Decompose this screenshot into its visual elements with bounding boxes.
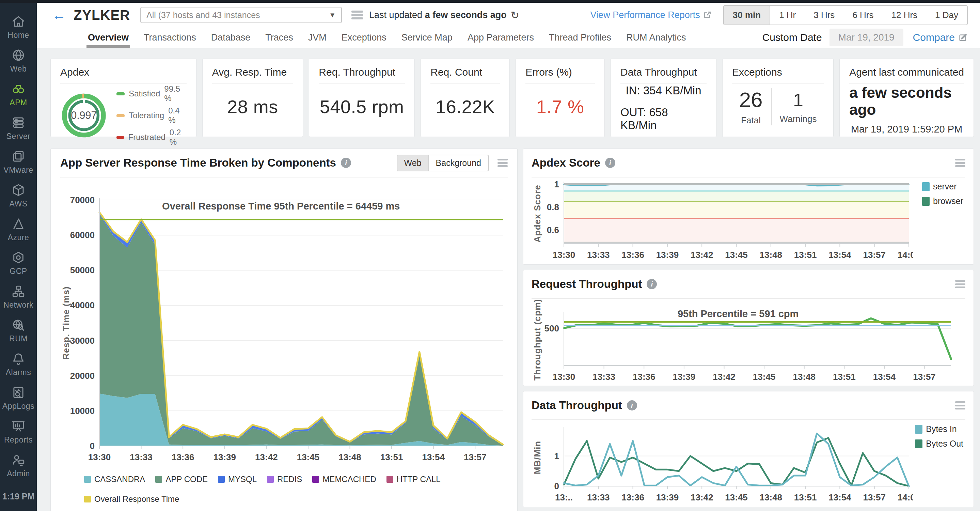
compare-link[interactable]: Compare	[913, 32, 968, 43]
svg-text:13:39: 13:39	[656, 492, 679, 503]
tab-transactions[interactable]: Transactions	[144, 27, 196, 48]
svg-text:13:48: 13:48	[339, 452, 361, 462]
legend-item-frustrated: Frustrated0.2 %	[116, 128, 186, 147]
tab-overview[interactable]: Overview	[88, 27, 129, 48]
svg-text:13:39: 13:39	[213, 452, 236, 462]
range-1day[interactable]: 1 Day	[926, 6, 967, 24]
sidebar-item-admin[interactable]: Admin	[0, 449, 37, 482]
fatal-count[interactable]: 26	[739, 88, 763, 112]
svg-text:0: 0	[554, 481, 559, 491]
view-performance-reports-link[interactable]: View Performance Reports	[590, 10, 712, 21]
sidebar-item-aws[interactable]: AWS	[0, 179, 37, 213]
refresh-icon[interactable]: ↻	[511, 9, 519, 21]
fatal-label: Fatal	[741, 115, 761, 126]
info-icon[interactable]: i	[627, 400, 637, 411]
avg-resp-value: 28 ms	[227, 96, 278, 117]
tab-rum-analytics[interactable]: RUM Analytics	[626, 27, 686, 48]
range-1hr[interactable]: 1 Hr	[770, 6, 805, 24]
legend-bytes-in[interactable]: Bytes In	[915, 424, 963, 434]
request-throughput-chart[interactable]: 50013:3013:3313:3613:3913:4213:4513:4813…	[531, 300, 965, 386]
legend-cassandra[interactable]: CASSANDRA	[84, 474, 145, 484]
sidebar-item-label: APM	[10, 98, 27, 107]
sidebar-item-reports[interactable]: Reports	[0, 415, 37, 449]
sidebar-item-home[interactable]: Home	[0, 10, 37, 44]
legend-app-code[interactable]: APP CODE	[155, 474, 208, 484]
data-throughput-chart[interactable]: 0113:..13:3313:3613:3913:4213:4513:4813:…	[531, 422, 913, 506]
range-30min[interactable]: 30 min	[724, 6, 770, 24]
toggle-web[interactable]: Web	[398, 155, 429, 171]
legend-redis[interactable]: REDIS	[267, 474, 302, 484]
legend-overall[interactable]: Overall Response Time	[84, 494, 179, 504]
svg-text:13:36: 13:36	[621, 250, 644, 260]
sidebar-item-label: RUM	[9, 334, 28, 343]
data-throughput-panel: Data Throughput i 0113:..13:3313:3613:39…	[523, 391, 974, 507]
sidebar-item-label: Reports	[4, 435, 33, 444]
legend-memcached[interactable]: MEMCACHED	[312, 474, 376, 484]
svg-text:13:45: 13:45	[753, 372, 776, 382]
sidebar-item-azure[interactable]: Azure	[0, 213, 37, 246]
tab-database[interactable]: Database	[211, 27, 251, 48]
legend-bytes-out[interactable]: Bytes Out	[915, 439, 963, 449]
sidebar-item-gcp[interactable]: GCP	[0, 246, 37, 280]
info-icon[interactable]: i	[605, 158, 615, 168]
tab-service-map[interactable]: Service Map	[401, 27, 453, 48]
legend-browser[interactable]: browser	[922, 196, 963, 206]
tab-exceptions[interactable]: Exceptions	[342, 27, 387, 48]
legend-mysql[interactable]: MYSQL	[218, 474, 257, 484]
sidebar-item-server[interactable]: Server	[0, 111, 37, 145]
chart-menu-icon[interactable]	[955, 159, 966, 167]
sidebar-item-label: Home	[8, 31, 29, 40]
card-title: Apdex	[60, 67, 186, 84]
back-arrow-icon[interactable]: ←	[52, 8, 66, 22]
svg-text:70000: 70000	[70, 195, 95, 205]
svg-text:1: 1	[554, 179, 559, 189]
svg-text:13:51: 13:51	[794, 492, 817, 503]
tab-thread-profiles[interactable]: Thread Profiles	[549, 27, 611, 48]
sidebar-item-rum[interactable]: RUM	[0, 314, 37, 347]
tab-traces[interactable]: Traces	[265, 27, 293, 48]
svg-text:13:30: 13:30	[553, 250, 576, 260]
info-icon[interactable]: i	[647, 279, 657, 289]
warnings-count[interactable]: 1	[793, 89, 803, 110]
svg-text:13:54: 13:54	[829, 250, 851, 260]
legend-server[interactable]: server	[922, 181, 963, 191]
apdex-card: Apdex 0.997 Satisfied99.5 %	[50, 59, 196, 137]
svg-text:13:48: 13:48	[760, 492, 783, 503]
chart-menu-icon[interactable]	[955, 401, 966, 409]
sidebar-item-label: Alarms	[6, 368, 31, 377]
sidebar-item-applogs[interactable]: AppLogs	[0, 381, 37, 415]
svg-text:13:51: 13:51	[833, 372, 856, 382]
tab-app-parameters[interactable]: App Parameters	[468, 27, 534, 48]
sidebar-item-vmware[interactable]: VMware	[0, 145, 37, 179]
agent-card: Agent last communicated a few seconds ag…	[839, 59, 974, 137]
legend-item-tolerating: Tolerating0.4 %	[116, 106, 186, 125]
svg-text:13:54: 13:54	[422, 452, 445, 462]
legend-http-call[interactable]: HTTP CALL	[387, 474, 441, 484]
sidebar-item-web[interactable]: Web	[0, 44, 37, 78]
sidebar-clock: 1:19 PM	[2, 492, 34, 501]
instance-selector-dropdown[interactable]: All (37 hosts and 43 instances ▼	[140, 7, 342, 23]
tab-jvm[interactable]: JVM	[308, 27, 326, 48]
edit-icon	[958, 33, 968, 42]
topbar: ← ZYLKER All (37 hosts and 43 instances …	[37, 3, 980, 27]
chart-menu-icon[interactable]	[498, 159, 508, 167]
sidebar-item-label: AWS	[9, 199, 27, 209]
chart-menu-icon[interactable]	[955, 280, 966, 288]
range-3hrs[interactable]: 3 Hrs	[805, 6, 843, 24]
components-chart[interactable]: 01000020000300004000050000600007000013:3…	[60, 180, 508, 470]
svg-text:60000: 60000	[70, 230, 95, 240]
sidebar-item-alarms[interactable]: Alarms	[0, 347, 37, 381]
svg-text:20000: 20000	[70, 371, 95, 381]
list-menu-icon[interactable]	[352, 11, 363, 19]
sidebar-item-network[interactable]: Network	[0, 280, 37, 314]
date-input[interactable]: Mar 19, 2019	[829, 29, 904, 46]
range-12hrs[interactable]: 12 Hrs	[883, 6, 926, 24]
aws-icon	[11, 183, 25, 197]
sidebar-item-apm[interactable]: APM	[0, 78, 37, 111]
range-6hrs[interactable]: 6 Hrs	[843, 6, 882, 24]
apdex-score-chart[interactable]: 10.80.613:3013:3313:3613:3913:4213:4513:…	[531, 179, 913, 264]
svg-text:MB/Min: MB/Min	[532, 441, 542, 474]
info-icon[interactable]: i	[341, 158, 351, 168]
toggle-background[interactable]: Background	[429, 155, 488, 171]
panel-title: Data Throughput	[531, 399, 622, 412]
